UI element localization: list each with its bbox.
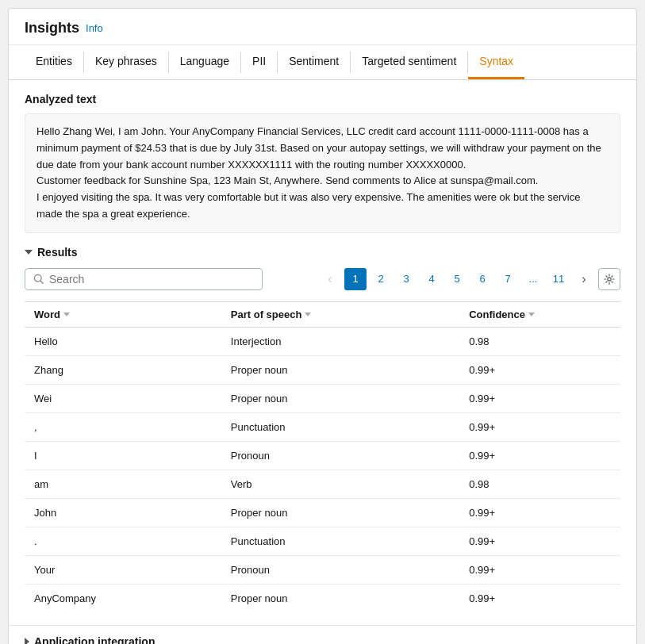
cell-confidence-2: 0.99+ (459, 384, 620, 412)
panel-header: Insights Info (9, 9, 636, 45)
results-header[interactable]: Results (25, 246, 620, 259)
cell-word-3: , (25, 412, 221, 441)
tab-pii[interactable]: PII (241, 45, 277, 79)
cell-word-4: I (25, 441, 221, 470)
analyzed-text-box: Hello Zhang Wei, I am John. Your AnyComp… (25, 113, 620, 233)
col-word[interactable]: Word (25, 301, 221, 327)
tab-syntax[interactable]: Syntax (468, 45, 524, 79)
tab-targeted-sentiment[interactable]: Targeted sentiment (351, 45, 467, 79)
prev-page-button[interactable]: ‹ (319, 268, 341, 290)
cell-word-7: . (25, 527, 221, 555)
table-row: AnyCompany Proper noun 0.99+ (25, 584, 620, 612)
pos-sort-icon (305, 312, 311, 316)
table-row: Wei Proper noun 0.99+ (25, 384, 620, 412)
word-sort-icon (63, 312, 70, 316)
table-row: I Pronoun 0.99+ (25, 441, 620, 470)
tab-key-phrases[interactable]: Key phrases (84, 45, 168, 79)
page-7-button[interactable]: 7 (497, 268, 519, 290)
cell-confidence-7: 0.99+ (459, 527, 620, 555)
table-row: Zhang Proper noun 0.99+ (25, 355, 620, 384)
cell-pos-3: Punctuation (221, 412, 459, 441)
svg-point-2 (608, 278, 611, 281)
cell-pos-6: Proper noun (221, 498, 459, 527)
cell-word-5: am (25, 470, 221, 498)
search-and-pagination: ‹ 1 2 3 4 5 6 7 ... 11 › (25, 268, 620, 290)
cell-pos-5: Verb (221, 470, 459, 498)
page-2-button[interactable]: 2 (370, 268, 392, 290)
cell-pos-9: Proper noun (221, 584, 459, 612)
cell-confidence-1: 0.99+ (459, 355, 620, 384)
insights-panel: Insights Info Entities Key phrases Langu… (8, 8, 637, 644)
analyzed-text-content: Hello Zhang Wei, I am John. Your AnyComp… (36, 125, 601, 220)
page-6-button[interactable]: 6 (471, 268, 493, 290)
cell-confidence-8: 0.99+ (459, 555, 620, 584)
table-row: Your Pronoun 0.99+ (25, 555, 620, 584)
table-row: , Punctuation 0.99+ (25, 412, 620, 441)
table-settings-button[interactable] (598, 268, 620, 290)
cell-confidence-9: 0.99+ (459, 584, 620, 612)
svg-line-1 (40, 281, 43, 283)
cell-confidence-4: 0.99+ (459, 441, 620, 470)
table-row: John Proper noun 0.99+ (25, 498, 620, 527)
cell-confidence-0: 0.98 (459, 327, 620, 355)
cell-word-1: Zhang (25, 355, 221, 384)
collapse-icon (25, 250, 33, 255)
cell-pos-2: Proper noun (221, 384, 459, 412)
tab-language[interactable]: Language (169, 45, 240, 79)
confidence-sort-icon (528, 312, 535, 316)
page-1-button[interactable]: 1 (344, 268, 367, 290)
cell-confidence-5: 0.98 (459, 470, 620, 498)
table-header-row: Word Part of speech Confidence (25, 301, 620, 327)
page-4-button[interactable]: 4 (420, 268, 443, 290)
results-table: Word Part of speech Confidence (25, 301, 620, 612)
page-ellipsis: ... (522, 268, 544, 290)
tab-entities[interactable]: Entities (25, 45, 83, 79)
cell-pos-4: Pronoun (221, 441, 459, 470)
search-icon (33, 274, 44, 285)
table-row: . Punctuation 0.99+ (25, 527, 620, 555)
cell-pos-8: Pronoun (221, 555, 459, 584)
analyzed-text-section: Analyzed text Hello Zhang Wei, I am John… (9, 80, 636, 246)
page-5-button[interactable]: 5 (446, 268, 468, 290)
cell-pos-7: Punctuation (221, 527, 459, 555)
app-integration-label: Application integration (34, 635, 155, 644)
cell-pos-0: Interjection (221, 327, 459, 355)
col-confidence[interactable]: Confidence (459, 301, 620, 327)
page-11-button[interactable]: 11 (547, 268, 570, 290)
info-link[interactable]: Info (86, 22, 103, 34)
tabs-bar: Entities Key phrases Language PII Sentim… (9, 45, 636, 80)
cell-word-0: Hello (25, 327, 221, 355)
pagination: ‹ 1 2 3 4 5 6 7 ... 11 › (319, 268, 620, 290)
cell-word-8: Your (25, 555, 221, 584)
cell-confidence-3: 0.99+ (459, 412, 620, 441)
results-section: Results ‹ 1 2 3 4 5 6 7 ... 11 (9, 246, 636, 625)
results-label: Results (37, 246, 78, 259)
cell-confidence-6: 0.99+ (459, 498, 620, 527)
expand-icon (25, 638, 29, 644)
next-page-button[interactable]: › (573, 268, 595, 290)
table-row: am Verb 0.98 (25, 470, 620, 498)
search-input[interactable] (49, 273, 254, 286)
cell-word-2: Wei (25, 384, 221, 412)
panel-title: Insights (25, 20, 79, 36)
gear-icon (604, 274, 615, 285)
cell-pos-1: Proper noun (221, 355, 459, 384)
page-3-button[interactable]: 3 (395, 268, 417, 290)
table-row: Hello Interjection 0.98 (25, 327, 620, 355)
cell-word-6: John (25, 498, 221, 527)
cell-word-9: AnyCompany (25, 584, 221, 612)
tab-sentiment[interactable]: Sentiment (278, 45, 350, 79)
search-box[interactable] (25, 268, 263, 290)
analyzed-text-label: Analyzed text (25, 93, 620, 105)
app-integration-section[interactable]: Application integration (9, 625, 636, 644)
col-part-of-speech[interactable]: Part of speech (221, 301, 459, 327)
